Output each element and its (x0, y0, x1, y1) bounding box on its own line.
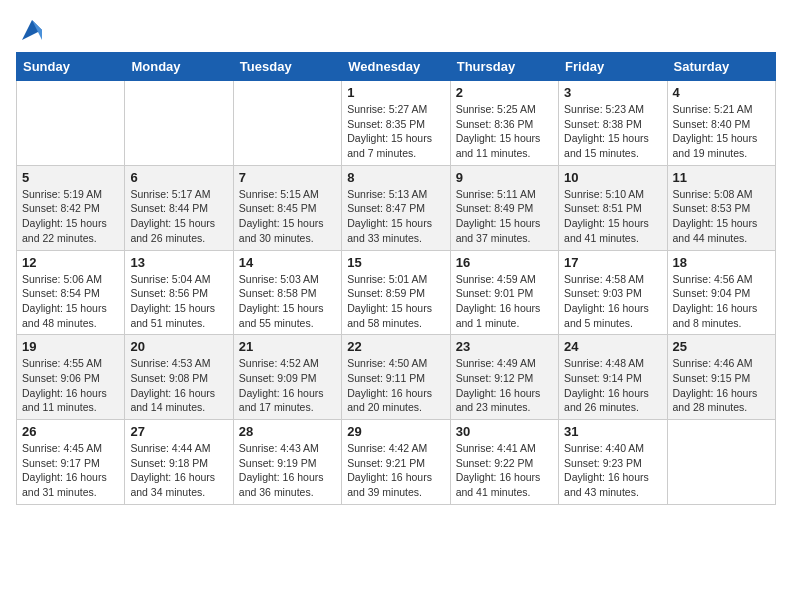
week-row-3: 12Sunrise: 5:06 AM Sunset: 8:54 PM Dayli… (17, 250, 776, 335)
day-cell: 12Sunrise: 5:06 AM Sunset: 8:54 PM Dayli… (17, 250, 125, 335)
day-info: Sunrise: 5:23 AM Sunset: 8:38 PM Dayligh… (564, 102, 661, 161)
day-number: 14 (239, 255, 336, 270)
weekday-header-wednesday: Wednesday (342, 53, 450, 81)
day-number: 16 (456, 255, 553, 270)
day-info: Sunrise: 5:10 AM Sunset: 8:51 PM Dayligh… (564, 187, 661, 246)
day-cell: 17Sunrise: 4:58 AM Sunset: 9:03 PM Dayli… (559, 250, 667, 335)
day-cell: 1Sunrise: 5:27 AM Sunset: 8:35 PM Daylig… (342, 81, 450, 166)
day-info: Sunrise: 4:40 AM Sunset: 9:23 PM Dayligh… (564, 441, 661, 500)
day-number: 8 (347, 170, 444, 185)
day-number: 4 (673, 85, 770, 100)
day-number: 13 (130, 255, 227, 270)
day-info: Sunrise: 4:42 AM Sunset: 9:21 PM Dayligh… (347, 441, 444, 500)
day-cell (17, 81, 125, 166)
day-cell: 8Sunrise: 5:13 AM Sunset: 8:47 PM Daylig… (342, 165, 450, 250)
page-header (16, 16, 776, 44)
day-cell: 3Sunrise: 5:23 AM Sunset: 8:38 PM Daylig… (559, 81, 667, 166)
week-row-4: 19Sunrise: 4:55 AM Sunset: 9:06 PM Dayli… (17, 335, 776, 420)
day-info: Sunrise: 5:25 AM Sunset: 8:36 PM Dayligh… (456, 102, 553, 161)
day-cell: 9Sunrise: 5:11 AM Sunset: 8:49 PM Daylig… (450, 165, 558, 250)
day-number: 6 (130, 170, 227, 185)
weekday-header-monday: Monday (125, 53, 233, 81)
day-info: Sunrise: 4:56 AM Sunset: 9:04 PM Dayligh… (673, 272, 770, 331)
day-cell: 10Sunrise: 5:10 AM Sunset: 8:51 PM Dayli… (559, 165, 667, 250)
day-info: Sunrise: 4:52 AM Sunset: 9:09 PM Dayligh… (239, 356, 336, 415)
day-number: 19 (22, 339, 119, 354)
day-info: Sunrise: 5:01 AM Sunset: 8:59 PM Dayligh… (347, 272, 444, 331)
day-number: 17 (564, 255, 661, 270)
day-info: Sunrise: 4:43 AM Sunset: 9:19 PM Dayligh… (239, 441, 336, 500)
day-cell: 20Sunrise: 4:53 AM Sunset: 9:08 PM Dayli… (125, 335, 233, 420)
day-info: Sunrise: 5:13 AM Sunset: 8:47 PM Dayligh… (347, 187, 444, 246)
day-cell: 14Sunrise: 5:03 AM Sunset: 8:58 PM Dayli… (233, 250, 341, 335)
day-info: Sunrise: 5:27 AM Sunset: 8:35 PM Dayligh… (347, 102, 444, 161)
day-number: 1 (347, 85, 444, 100)
day-cell (125, 81, 233, 166)
day-cell: 25Sunrise: 4:46 AM Sunset: 9:15 PM Dayli… (667, 335, 775, 420)
day-cell (667, 420, 775, 505)
day-info: Sunrise: 4:49 AM Sunset: 9:12 PM Dayligh… (456, 356, 553, 415)
weekday-header-thursday: Thursday (450, 53, 558, 81)
day-number: 26 (22, 424, 119, 439)
logo (16, 16, 46, 44)
day-cell: 4Sunrise: 5:21 AM Sunset: 8:40 PM Daylig… (667, 81, 775, 166)
day-cell: 7Sunrise: 5:15 AM Sunset: 8:45 PM Daylig… (233, 165, 341, 250)
day-cell: 13Sunrise: 5:04 AM Sunset: 8:56 PM Dayli… (125, 250, 233, 335)
day-cell: 21Sunrise: 4:52 AM Sunset: 9:09 PM Dayli… (233, 335, 341, 420)
day-number: 28 (239, 424, 336, 439)
week-row-2: 5Sunrise: 5:19 AM Sunset: 8:42 PM Daylig… (17, 165, 776, 250)
day-info: Sunrise: 5:19 AM Sunset: 8:42 PM Dayligh… (22, 187, 119, 246)
day-cell: 11Sunrise: 5:08 AM Sunset: 8:53 PM Dayli… (667, 165, 775, 250)
day-cell: 24Sunrise: 4:48 AM Sunset: 9:14 PM Dayli… (559, 335, 667, 420)
day-number: 15 (347, 255, 444, 270)
day-number: 30 (456, 424, 553, 439)
day-number: 29 (347, 424, 444, 439)
day-cell: 5Sunrise: 5:19 AM Sunset: 8:42 PM Daylig… (17, 165, 125, 250)
weekday-header-tuesday: Tuesday (233, 53, 341, 81)
day-number: 18 (673, 255, 770, 270)
day-info: Sunrise: 4:45 AM Sunset: 9:17 PM Dayligh… (22, 441, 119, 500)
week-row-5: 26Sunrise: 4:45 AM Sunset: 9:17 PM Dayli… (17, 420, 776, 505)
day-number: 31 (564, 424, 661, 439)
day-number: 12 (22, 255, 119, 270)
day-info: Sunrise: 5:17 AM Sunset: 8:44 PM Dayligh… (130, 187, 227, 246)
day-number: 22 (347, 339, 444, 354)
day-number: 3 (564, 85, 661, 100)
day-cell: 23Sunrise: 4:49 AM Sunset: 9:12 PM Dayli… (450, 335, 558, 420)
day-info: Sunrise: 5:03 AM Sunset: 8:58 PM Dayligh… (239, 272, 336, 331)
weekday-header-row: SundayMondayTuesdayWednesdayThursdayFrid… (17, 53, 776, 81)
calendar-table: SundayMondayTuesdayWednesdayThursdayFrid… (16, 52, 776, 505)
day-cell: 31Sunrise: 4:40 AM Sunset: 9:23 PM Dayli… (559, 420, 667, 505)
day-info: Sunrise: 5:21 AM Sunset: 8:40 PM Dayligh… (673, 102, 770, 161)
day-cell: 18Sunrise: 4:56 AM Sunset: 9:04 PM Dayli… (667, 250, 775, 335)
day-info: Sunrise: 4:48 AM Sunset: 9:14 PM Dayligh… (564, 356, 661, 415)
weekday-header-friday: Friday (559, 53, 667, 81)
day-number: 25 (673, 339, 770, 354)
day-info: Sunrise: 4:46 AM Sunset: 9:15 PM Dayligh… (673, 356, 770, 415)
day-cell: 6Sunrise: 5:17 AM Sunset: 8:44 PM Daylig… (125, 165, 233, 250)
day-number: 24 (564, 339, 661, 354)
day-cell: 28Sunrise: 4:43 AM Sunset: 9:19 PM Dayli… (233, 420, 341, 505)
day-number: 7 (239, 170, 336, 185)
weekday-header-saturday: Saturday (667, 53, 775, 81)
day-cell (233, 81, 341, 166)
day-cell: 29Sunrise: 4:42 AM Sunset: 9:21 PM Dayli… (342, 420, 450, 505)
day-cell: 16Sunrise: 4:59 AM Sunset: 9:01 PM Dayli… (450, 250, 558, 335)
day-number: 10 (564, 170, 661, 185)
day-info: Sunrise: 4:58 AM Sunset: 9:03 PM Dayligh… (564, 272, 661, 331)
day-number: 27 (130, 424, 227, 439)
day-number: 9 (456, 170, 553, 185)
day-number: 2 (456, 85, 553, 100)
day-info: Sunrise: 5:15 AM Sunset: 8:45 PM Dayligh… (239, 187, 336, 246)
day-cell: 27Sunrise: 4:44 AM Sunset: 9:18 PM Dayli… (125, 420, 233, 505)
day-cell: 15Sunrise: 5:01 AM Sunset: 8:59 PM Dayli… (342, 250, 450, 335)
day-cell: 2Sunrise: 5:25 AM Sunset: 8:36 PM Daylig… (450, 81, 558, 166)
day-info: Sunrise: 4:44 AM Sunset: 9:18 PM Dayligh… (130, 441, 227, 500)
logo-icon (18, 16, 46, 44)
day-info: Sunrise: 4:59 AM Sunset: 9:01 PM Dayligh… (456, 272, 553, 331)
day-info: Sunrise: 5:11 AM Sunset: 8:49 PM Dayligh… (456, 187, 553, 246)
week-row-1: 1Sunrise: 5:27 AM Sunset: 8:35 PM Daylig… (17, 81, 776, 166)
day-info: Sunrise: 5:06 AM Sunset: 8:54 PM Dayligh… (22, 272, 119, 331)
day-info: Sunrise: 4:53 AM Sunset: 9:08 PM Dayligh… (130, 356, 227, 415)
day-cell: 26Sunrise: 4:45 AM Sunset: 9:17 PM Dayli… (17, 420, 125, 505)
